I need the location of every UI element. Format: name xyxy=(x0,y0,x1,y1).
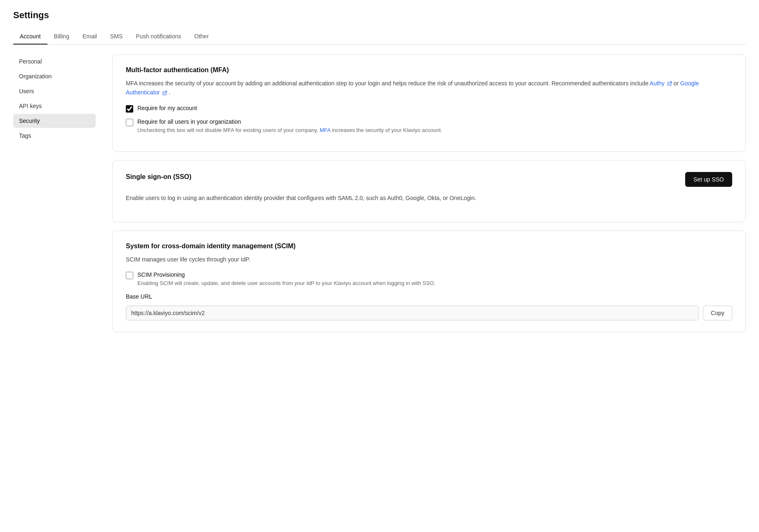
require-all-users-label: Require for all users in your organizati… xyxy=(137,118,442,125)
scim-description: SCIM manages user life cycles through yo… xyxy=(126,255,732,264)
external-link-icon-2 xyxy=(162,91,167,96)
mfa-inline-link[interactable]: MFA xyxy=(320,127,330,133)
external-link-icon xyxy=(667,81,672,86)
sidebar-item-security[interactable]: Security xyxy=(13,114,96,128)
require-all-users-checkbox[interactable] xyxy=(126,119,133,126)
sidebar-item-organization[interactable]: Organization xyxy=(13,69,96,83)
scim-provisioning-label: SCIM Provisioning xyxy=(137,271,435,278)
mfa-description: MFA increases the security of your accou… xyxy=(126,79,732,97)
sidebar-item-personal[interactable]: Personal xyxy=(13,54,96,68)
tab-billing[interactable]: Billing xyxy=(47,29,76,45)
page-header: Settings Account Billing Email SMS Push … xyxy=(0,0,759,45)
sso-card: Single sign-on (SSO) Set up SSO Enable u… xyxy=(112,160,746,222)
mfa-or-text: or xyxy=(674,80,680,87)
scim-title: System for cross-domain identity managem… xyxy=(126,242,732,250)
base-url-section: Base URL Copy xyxy=(126,293,732,320)
scim-provisioning-sublabel: Enabling SCIM will create, update, and d… xyxy=(137,279,435,287)
authy-link[interactable]: Authy xyxy=(650,80,674,87)
sidebar-item-api-keys[interactable]: API keys xyxy=(13,99,96,113)
tab-other[interactable]: Other xyxy=(188,29,215,45)
require-all-users-row: Require for all users in your organizati… xyxy=(126,118,732,134)
require-my-account-row: Require for my account xyxy=(126,105,732,113)
scim-card: System for cross-domain identity managem… xyxy=(112,231,746,332)
sidebar: Personal Organization Users API keys Sec… xyxy=(13,54,96,332)
setup-sso-button[interactable]: Set up SSO xyxy=(685,172,732,187)
tab-email[interactable]: Email xyxy=(76,29,104,45)
mfa-card: Multi-factor authentication (MFA) MFA in… xyxy=(112,54,746,152)
mfa-description-end: . xyxy=(169,89,170,96)
base-url-input[interactable] xyxy=(126,306,699,320)
tab-sms[interactable]: SMS xyxy=(104,29,129,45)
sidebar-item-tags[interactable]: Tags xyxy=(13,129,96,143)
require-all-users-sublabel: Unchecking this box will not disable MFA… xyxy=(137,126,442,134)
scim-provisioning-row: SCIM Provisioning Enabling SCIM will cre… xyxy=(126,271,732,287)
top-nav: Account Billing Email SMS Push notificat… xyxy=(13,29,746,45)
mfa-description-text: MFA increases the security of your accou… xyxy=(126,80,648,87)
base-url-label: Base URL xyxy=(126,293,732,300)
mfa-title: Multi-factor authentication (MFA) xyxy=(126,66,732,74)
main-layout: Personal Organization Users API keys Sec… xyxy=(0,45,759,342)
sso-description: Enable users to log in using an authenti… xyxy=(126,193,732,202)
tab-push-notifications[interactable]: Push notifications xyxy=(129,29,188,45)
copy-button[interactable]: Copy xyxy=(703,306,732,320)
page-title: Settings xyxy=(13,10,746,21)
scim-provisioning-checkbox[interactable] xyxy=(126,272,133,279)
sso-title: Single sign-on (SSO) xyxy=(126,173,191,181)
sidebar-item-users[interactable]: Users xyxy=(13,84,96,98)
require-my-account-label: Require for my account xyxy=(137,105,197,111)
sso-card-header: Single sign-on (SSO) Set up SSO xyxy=(126,172,732,187)
base-url-row: Copy xyxy=(126,306,732,320)
require-my-account-checkbox[interactable] xyxy=(126,105,133,113)
tab-account[interactable]: Account xyxy=(13,29,47,45)
content-area: Multi-factor authentication (MFA) MFA in… xyxy=(112,54,746,332)
